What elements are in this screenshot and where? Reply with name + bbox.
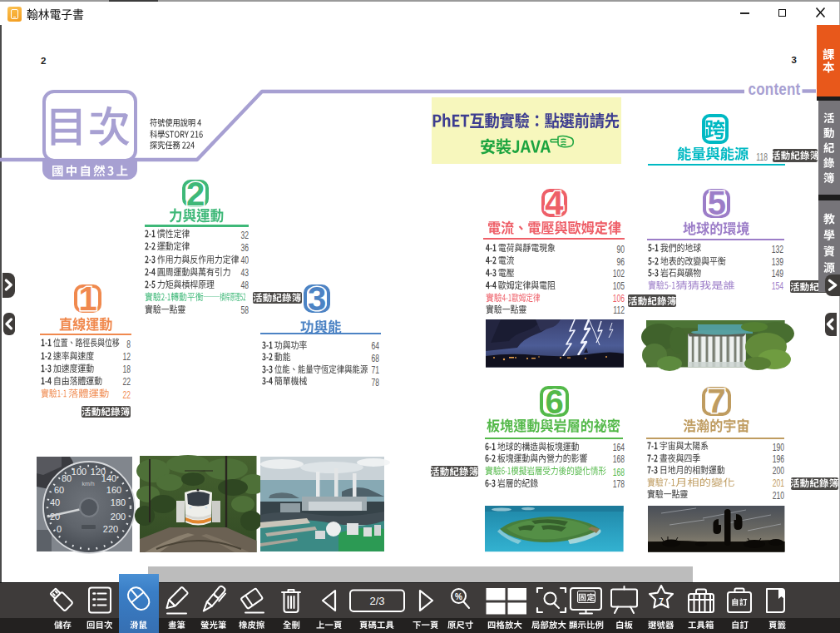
svg-text:140: 140 [101, 473, 116, 483]
svg-text:160: 160 [106, 485, 121, 495]
svg-text:200: 200 [111, 512, 126, 522]
svg-text:7: 7 [659, 597, 664, 606]
svg-text:0: 0 [57, 524, 62, 534]
svg-text:220: 220 [103, 524, 118, 534]
svg-text:100: 100 [72, 467, 86, 477]
svg-text:40: 40 [50, 497, 60, 507]
svg-text:80: 80 [62, 473, 72, 483]
svg-text:180: 180 [111, 497, 126, 507]
svg-text:km/h: km/h [82, 481, 94, 487]
svg-text:%: % [455, 592, 462, 601]
svg-text:60: 60 [54, 485, 64, 495]
